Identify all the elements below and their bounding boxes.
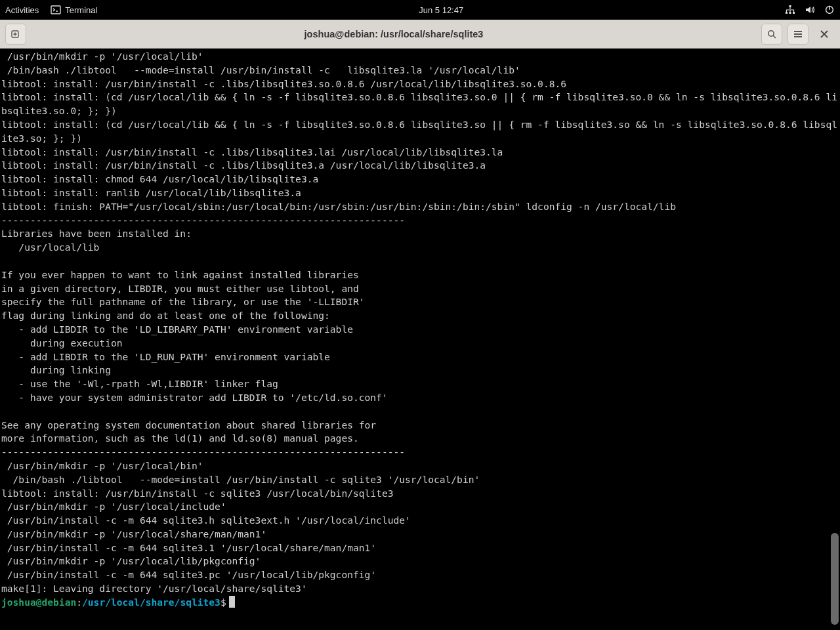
network-icon[interactable] — [785, 5, 795, 15]
close-button[interactable] — [814, 24, 835, 45]
close-icon — [820, 30, 829, 39]
svg-rect-4 — [793, 12, 795, 14]
svg-rect-6 — [829, 6, 830, 10]
window-titlebar: joshua@debian: /usr/local/share/sqlite3 — [0, 20, 840, 49]
terminal-cursor — [229, 596, 235, 608]
search-button[interactable] — [761, 24, 782, 45]
hamburger-icon — [793, 29, 803, 39]
terminal-icon — [51, 5, 61, 15]
active-app-indicator[interactable]: Terminal — [51, 5, 97, 15]
new-tab-button[interactable] — [5, 24, 26, 45]
volume-icon[interactable] — [805, 5, 815, 15]
prompt-path: /usr/local/share/sqlite3 — [82, 597, 220, 608]
svg-rect-0 — [51, 6, 60, 14]
gnome-top-bar: Activities Terminal Jun 5 12:47 — [0, 0, 840, 20]
svg-point-8 — [768, 30, 774, 35]
terminal-output: /usr/bin/mkdir -p '/usr/local/lib' /bin/… — [1, 51, 837, 594]
active-app-name: Terminal — [65, 5, 97, 15]
clock[interactable]: Jun 5 12:47 — [97, 5, 785, 15]
svg-rect-1 — [789, 5, 791, 7]
terminal-scrollbar[interactable] — [831, 49, 839, 630]
menu-button[interactable] — [788, 24, 808, 45]
svg-rect-3 — [789, 12, 791, 14]
shell-prompt: joshua@debian:/usr/local/share/sqlite3$ — [1, 597, 235, 608]
prompt-user: joshua — [1, 597, 36, 608]
scrollbar-thumb[interactable] — [831, 533, 839, 625]
prompt-host: debian — [42, 597, 77, 608]
search-icon — [766, 29, 777, 39]
svg-rect-2 — [786, 12, 788, 14]
power-icon[interactable] — [824, 5, 835, 15]
activities-button[interactable]: Activities — [5, 5, 39, 15]
terminal-viewport[interactable]: /usr/bin/mkdir -p '/usr/local/lib' /bin/… — [0, 49, 840, 630]
window-title: joshua@debian: /usr/local/share/sqlite3 — [26, 29, 761, 39]
